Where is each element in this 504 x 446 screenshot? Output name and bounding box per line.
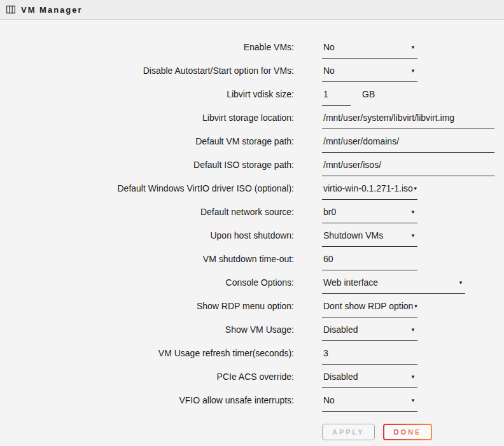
form-row: Show VM Usage: Disabled▼: [0, 324, 504, 341]
show-vm-usage-select[interactable]: Disabled▼: [322, 324, 417, 341]
field-control: No▼: [322, 66, 417, 82]
form-row: VFIO allow unsafe interrupts: No▼: [0, 395, 504, 412]
chevron-down-icon: ▼: [410, 207, 416, 216]
select-value: No: [323, 42, 335, 53]
chevron-down-icon: ▼: [413, 301, 418, 310]
vm-usage-refresh-timer-input[interactable]: [322, 348, 417, 365]
page-title: VM Manager: [21, 5, 83, 15]
chevron-down-icon: ▼: [458, 277, 463, 286]
select-value: Dont show RDP option: [323, 301, 413, 312]
field-control: [322, 160, 494, 176]
virtio-driver-iso-select[interactable]: virtio-win-0.1.271-1.iso▼: [322, 183, 417, 200]
vm-shutdown-timeout-input[interactable]: [322, 254, 417, 270]
columns-icon: [6, 5, 15, 14]
chevron-down-icon: ▼: [410, 230, 416, 239]
form-row: Disable Autostart/Start option for VMs: …: [0, 66, 504, 82]
select-value: virtio-win-0.1.271-1.iso: [323, 183, 413, 194]
field-control: Dont show RDP option▼: [322, 301, 417, 317]
enable-vms-select[interactable]: No▼: [322, 42, 417, 59]
form-row: Libvirt storage location:: [0, 113, 504, 129]
field-label: PCIe ACS override:: [0, 372, 294, 382]
select-value: Shutdown VMs: [323, 230, 383, 241]
field-control: No▼: [322, 395, 417, 412]
field-control: Shutdown VMs▼: [322, 230, 417, 247]
form-row: Default VM storage path:: [0, 136, 504, 153]
field-control: [322, 254, 417, 270]
field-label: Libvirt storage location:: [0, 113, 294, 123]
form-row: Enable VMs: No▼: [0, 42, 504, 59]
pcie-acs-override-select[interactable]: Disabled▼: [322, 372, 417, 388]
chevron-down-icon: ▼: [410, 66, 416, 74]
done-button[interactable]: DONE: [383, 424, 433, 440]
default-network-source-select[interactable]: br0▼: [322, 207, 417, 223]
done-button-label: DONE: [394, 428, 422, 436]
field-label: Show VM Usage:: [0, 324, 294, 335]
chevron-down-icon: ▼: [413, 183, 418, 192]
field-label: VFIO allow unsafe interrupts:: [0, 395, 294, 406]
field-label: Console Options:: [0, 277, 294, 288]
form-row: PCIe ACS override: Disabled▼: [0, 372, 504, 388]
select-value: No: [323, 395, 335, 406]
upon-host-shutdown-select[interactable]: Shutdown VMs▼: [322, 230, 417, 247]
select-value: Disabled: [323, 372, 358, 382]
field-label: Default ISO storage path:: [0, 160, 294, 171]
page-header: VM Manager: [0, 0, 504, 20]
field-label: Default Windows VirtIO driver ISO (optio…: [0, 183, 294, 194]
field-control: GB: [322, 89, 375, 106]
field-control: Disabled▼: [322, 324, 417, 341]
form-row: Console Options: Web interface▼: [0, 277, 504, 294]
disable-autostart-select[interactable]: No▼: [322, 66, 417, 82]
field-control: br0▼: [322, 207, 417, 223]
unit-label: GB: [362, 89, 375, 100]
field-label: Libvirt vdisk size:: [0, 89, 294, 100]
default-iso-storage-path-input[interactable]: [322, 160, 494, 176]
console-options-select[interactable]: Web interface▼: [322, 277, 465, 294]
field-control: [322, 136, 494, 153]
select-value: Web interface: [323, 277, 378, 288]
form-row: Libvirt vdisk size: GB: [0, 89, 504, 106]
form-row: Upon host shutdown: Shutdown VMs▼: [0, 230, 504, 247]
select-value: br0: [323, 207, 336, 218]
form-row: Default Windows VirtIO driver ISO (optio…: [0, 183, 504, 200]
show-rdp-menu-select[interactable]: Dont show RDP option▼: [322, 301, 417, 317]
form-row: Default network source: br0▼: [0, 207, 504, 223]
field-label: VM Usage refresh timer(seconds):: [0, 348, 294, 359]
field-control: No▼: [322, 42, 417, 59]
field-label: Show RDP menu option:: [0, 301, 294, 312]
field-label: Upon host shutdown:: [0, 230, 294, 241]
default-vm-storage-path-input[interactable]: [322, 136, 494, 153]
field-label: Default network source:: [0, 207, 294, 218]
field-label: VM shutdown time-out:: [0, 254, 294, 265]
field-control: [322, 348, 417, 365]
vfio-unsafe-interrupts-select[interactable]: No▼: [322, 395, 417, 412]
field-control: Disabled▼: [322, 372, 417, 388]
field-label: Enable VMs:: [0, 42, 294, 53]
field-control: virtio-win-0.1.271-1.iso▼: [322, 183, 417, 200]
chevron-down-icon: ▼: [410, 372, 416, 380]
settings-form: Enable VMs: No▼ Disable Autostart/Start …: [0, 20, 504, 440]
chevron-down-icon: ▼: [410, 395, 416, 404]
field-label: Default VM storage path:: [0, 136, 294, 147]
field-control: [322, 113, 494, 129]
field-label: Disable Autostart/Start option for VMs:: [0, 66, 294, 76]
libvirt-vdisk-size-input[interactable]: [322, 89, 351, 106]
field-control: Web interface▼: [322, 277, 465, 294]
form-row: Show RDP menu option: Dont show RDP opti…: [0, 301, 504, 317]
form-buttons: APPLY DONE: [322, 424, 504, 440]
select-value: No: [323, 66, 335, 76]
chevron-down-icon: ▼: [410, 324, 416, 333]
form-row: Default ISO storage path:: [0, 160, 504, 176]
apply-button[interactable]: APPLY: [322, 424, 375, 440]
settings-form-rows: Enable VMs: No▼ Disable Autostart/Start …: [0, 42, 504, 412]
form-row: VM Usage refresh timer(seconds):: [0, 348, 504, 365]
chevron-down-icon: ▼: [410, 42, 416, 51]
form-row: VM shutdown time-out:: [0, 254, 504, 270]
select-value: Disabled: [323, 324, 358, 335]
libvirt-storage-location-input[interactable]: [322, 113, 494, 129]
